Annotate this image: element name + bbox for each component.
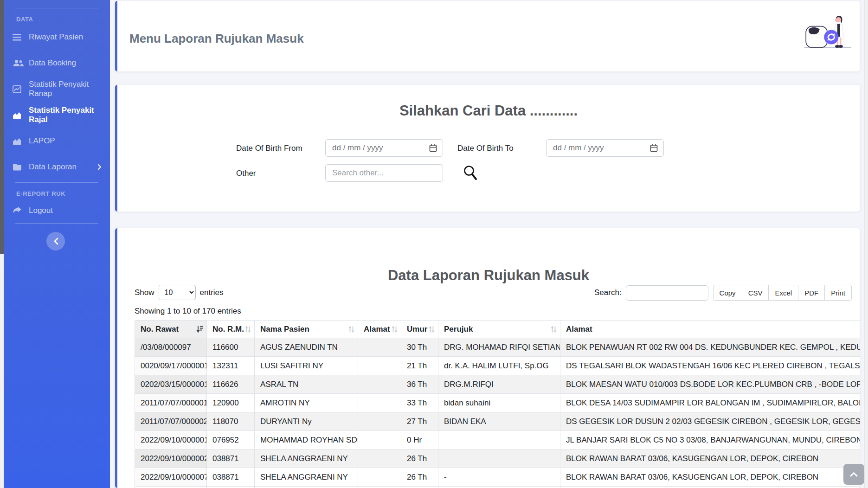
sidebar-item-label: LAPOP	[29, 136, 55, 146]
sidebar-item-statistik-penyakit-ranap[interactable]: Statistik Penyakit Ranap	[4, 76, 110, 102]
sort-both-icon	[392, 326, 398, 333]
excel-button[interactable]: Excel	[768, 285, 798, 301]
table-header-row: No. RawatNo. R.M.Nama PasienAlamatUmurPe…	[135, 321, 860, 338]
column-header-nama-pasien[interactable]: Nama Pasien	[255, 321, 358, 338]
table-row: 2011/07/07/000002118070DURYANTI Ny27 ThB…	[135, 412, 860, 431]
sidebar-item-lapop[interactable]: LAPOP	[4, 128, 110, 154]
dob-to-label: Date Of Birth To	[457, 144, 514, 153]
copy-button[interactable]: Copy	[713, 285, 742, 301]
sidebar-section-data: DATA	[16, 16, 110, 24]
table-cell: -	[438, 468, 560, 487]
csv-button[interactable]: CSV	[742, 285, 769, 301]
sidebar-item-riwayat-pasien[interactable]: Riwayat Pasien	[4, 24, 110, 50]
table-cell: 116600	[207, 338, 255, 357]
column-label: No. Rawat	[141, 325, 179, 334]
chevron-left-icon	[53, 238, 58, 245]
table-row: 2011/07/07/000001120900AMROTIN NY33 Thbi…	[135, 394, 860, 412]
table-cell: SHELA ANGGRAENI NY	[255, 468, 358, 487]
users-icon	[13, 59, 24, 67]
sidebar-item-label: Riwayat Pasien	[29, 32, 83, 42]
table-cell: 26 Th	[401, 468, 438, 487]
sidebar-divider	[15, 223, 98, 224]
sidebar-item-data-booking[interactable]: Data Booking	[4, 50, 110, 76]
table-cell	[358, 375, 401, 394]
app-logo-illustration	[803, 13, 852, 49]
sidebar-item-label: Data Laporan	[29, 162, 77, 172]
table-row: /03/08/000097116600AGUS ZAENUDIN TN30 Th…	[135, 338, 860, 357]
sidebar-divider	[15, 8, 98, 8]
table-cell: 116626	[207, 375, 255, 394]
table-cell: 0202/03/15/000001	[135, 375, 207, 394]
table-cell	[358, 431, 401, 449]
column-header-no-r-m[interactable]: No. R.M.	[207, 321, 255, 338]
table-cell: 038871	[207, 468, 255, 487]
table-cell: BLOK DESA 14/03 SUDIMAMPIR LOR BALONGAN …	[560, 394, 860, 412]
back-to-top-button[interactable]	[843, 464, 864, 485]
export-button-group: Copy CSV Excel PDF Print	[713, 285, 852, 301]
table-search-input[interactable]	[626, 285, 708, 301]
table-row: 0020/09/17/000001132311LUSI SAFITRI NY21…	[135, 357, 860, 375]
sidebar-section-ereport: E-REPORT RUK	[16, 190, 110, 199]
table-cell	[438, 487, 560, 488]
table-cell	[358, 338, 401, 357]
table-cell: DRG. MOHAMAD RIFQI SETIANTIO	[438, 338, 560, 357]
sidebar-item-data-laporan[interactable]: Data Laporan	[4, 154, 110, 180]
window-scrollbar-left[interactable]	[0, 0, 4, 488]
table-cell: BLOK MAESAN WATU 010/003 DS.BODE LOR KEC…	[560, 375, 860, 394]
logout-icon	[13, 206, 24, 215]
table-cell: 0020/09/17/000001	[135, 357, 207, 375]
table-cell: 038871	[207, 449, 255, 468]
scrollbar-thumb[interactable]	[0, 0, 4, 254]
search-label: Search:	[594, 288, 622, 297]
sidebar-collapse-button[interactable]	[46, 232, 65, 250]
table-cell: ASRAL TN	[255, 375, 358, 394]
other-label: Other	[236, 169, 256, 178]
column-header-no-rawat[interactable]: No. Rawat	[135, 321, 207, 338]
sidebar-item-logout[interactable]: Logout	[4, 199, 110, 223]
sidebar-item-label: Logout	[29, 206, 53, 215]
dob-from-input[interactable]: dd / mm / yyyy	[325, 139, 443, 157]
pdf-button[interactable]: PDF	[798, 285, 825, 301]
folder-icon	[13, 163, 24, 171]
column-header-umur[interactable]: Umur	[401, 321, 438, 338]
table-cell: 2011/07/07/000002	[135, 412, 207, 431]
list-icon	[13, 34, 24, 41]
table-cell: JL BANJAR SARI BLOK C5 NO 3 03/08, BANJA…	[560, 431, 860, 449]
calendar-icon	[650, 144, 658, 152]
page-length-select[interactable]: 10	[159, 285, 196, 300]
table-search-control: Search: Copy CSV Excel PDF Print	[594, 285, 852, 301]
table-cell	[358, 412, 401, 431]
table-cell: DURYANTI Ny	[255, 412, 358, 431]
data-table: No. RawatNo. R.M.Nama PasienAlamatUmurPe…	[135, 320, 860, 488]
sort-both-icon	[429, 326, 435, 333]
table-cell: bidan suhaini	[438, 394, 560, 412]
sidebar-item-label: Data Booking	[29, 58, 76, 68]
table-title: Data Laporan Rujukan Masuk	[117, 267, 860, 284]
page-length-control: Show 10 entries	[135, 285, 224, 300]
table-cell	[401, 487, 438, 488]
table-cell	[135, 487, 207, 488]
column-header-alamat[interactable]: Alamat	[358, 321, 401, 338]
table-cell	[358, 487, 401, 488]
search-panel: Silahkan Cari Data ............ Date Of …	[115, 85, 860, 212]
print-button[interactable]: Print	[824, 285, 852, 301]
window-scrollbar-right[interactable]	[864, 0, 868, 488]
table-cell: MOHAMMAD ROYHAN SDR	[255, 431, 358, 449]
sidebar-item-label: Statistik Penyakit Rajal	[29, 106, 102, 124]
column-header-perujuk[interactable]: Perujuk	[438, 321, 560, 338]
dob-to-input[interactable]: dd / mm / yyyy	[546, 139, 664, 157]
table-cell: 27 Th	[401, 412, 438, 431]
column-label: Alamat	[364, 325, 390, 334]
table-cell: 120900	[207, 394, 255, 412]
column-label: Nama Pasien	[260, 325, 309, 334]
column-header-alamat[interactable]: Alamat	[560, 321, 860, 338]
table-cell: DS GEGESIK LOR DUSUN 2 02/03 GEGESIK CIR…	[560, 412, 860, 431]
other-search-input[interactable]	[325, 164, 443, 182]
search-icon[interactable]	[463, 165, 478, 181]
table-info: Showing 1 to 10 of 170 entries	[135, 307, 241, 316]
sort-desc-icon	[196, 326, 203, 333]
sidebar: DATA Riwayat PasienData BookingStatistik…	[4, 0, 110, 488]
chart-area-icon	[13, 111, 24, 119]
sidebar-item-statistik-penyakit-rajal[interactable]: Statistik Penyakit Rajal	[4, 102, 110, 128]
table-cell: DRG.M.RIFQI	[438, 375, 560, 394]
